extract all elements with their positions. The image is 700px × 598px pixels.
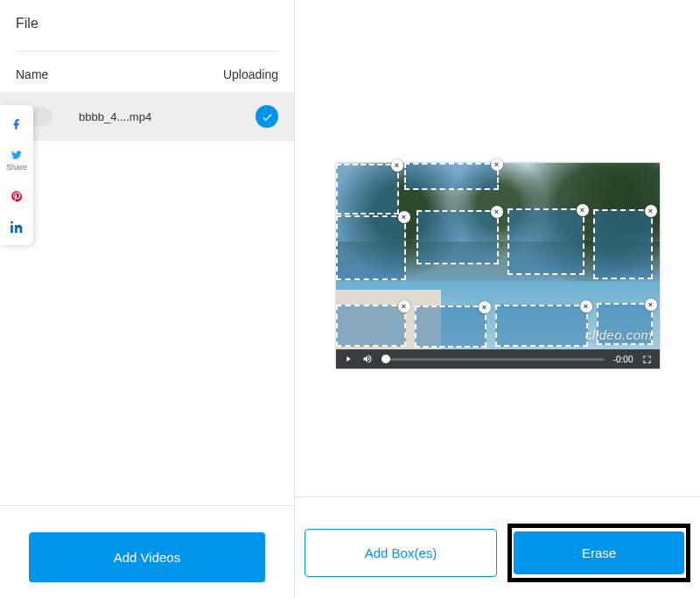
selection-close-button[interactable]: × bbox=[491, 158, 503, 171]
share-facebook-button[interactable] bbox=[4, 109, 30, 140]
column-status: Uploading bbox=[223, 67, 278, 81]
file-sidebar: File Name Uploading bbbb_4....mp4 Add Vi… bbox=[0, 0, 295, 598]
column-name: Name bbox=[16, 67, 48, 81]
progress-bar[interactable] bbox=[382, 358, 605, 361]
selection-close-button[interactable]: × bbox=[398, 211, 410, 223]
selection-close-button[interactable]: × bbox=[479, 301, 491, 313]
selection-close-button[interactable]: × bbox=[645, 205, 657, 217]
selection-close-button[interactable]: × bbox=[645, 299, 657, 311]
video-preview[interactable]: ×××××××××× clideo.com -0:00 bbox=[336, 163, 660, 369]
social-share-bar: Share bbox=[0, 105, 33, 245]
selection-box[interactable]: × bbox=[415, 306, 486, 348]
file-panel-title: File bbox=[16, 16, 278, 52]
fullscreen-icon bbox=[642, 355, 652, 364]
selection-box[interactable]: × bbox=[336, 215, 406, 280]
selection-box[interactable]: × bbox=[495, 305, 588, 347]
time-remaining: -0:00 bbox=[613, 355, 634, 364]
play-icon bbox=[344, 355, 353, 363]
add-videos-button[interactable]: Add Videos bbox=[29, 532, 265, 582]
file-name: bbbb_4....mp4 bbox=[79, 110, 151, 123]
share-pinterest-button[interactable] bbox=[4, 180, 30, 212]
selection-close-button[interactable]: × bbox=[491, 206, 503, 218]
share-twitter-button[interactable]: Share bbox=[4, 140, 30, 180]
selection-close-button[interactable]: × bbox=[398, 300, 410, 313]
progress-thumb[interactable] bbox=[382, 355, 390, 363]
selection-box[interactable]: × bbox=[336, 164, 399, 215]
facebook-icon bbox=[10, 117, 23, 131]
twitter-icon bbox=[10, 149, 24, 161]
add-boxes-button[interactable]: Add Box(es) bbox=[304, 529, 497, 577]
main-panel: ×××××××××× clideo.com -0:00 bbox=[295, 0, 700, 598]
upload-complete-icon bbox=[256, 105, 278, 128]
selection-box[interactable]: × bbox=[508, 208, 584, 275]
linkedin-icon bbox=[10, 221, 23, 233]
erase-highlight: Erase bbox=[508, 524, 690, 582]
pinterest-icon bbox=[10, 189, 23, 203]
erase-button[interactable]: Erase bbox=[514, 531, 684, 574]
selection-box[interactable]: × bbox=[404, 163, 499, 190]
share-label: Share bbox=[6, 163, 27, 172]
file-row[interactable]: bbbb_4....mp4 bbox=[0, 92, 294, 141]
selection-box[interactable]: × bbox=[593, 209, 653, 279]
selection-box[interactable]: × bbox=[336, 305, 406, 347]
volume-button[interactable] bbox=[362, 354, 373, 364]
volume-icon bbox=[362, 354, 373, 364]
fullscreen-button[interactable] bbox=[642, 354, 653, 364]
selection-box[interactable]: × bbox=[416, 210, 499, 264]
play-button[interactable] bbox=[343, 354, 354, 364]
selection-close-button[interactable]: × bbox=[391, 159, 403, 172]
selection-close-button[interactable]: × bbox=[577, 204, 589, 216]
watermark-text: clideo.com bbox=[585, 327, 653, 342]
file-list-header: Name Uploading bbox=[0, 52, 294, 92]
share-linkedin-button[interactable] bbox=[4, 212, 30, 242]
video-controls: -0:00 bbox=[336, 349, 660, 369]
selection-close-button[interactable]: × bbox=[580, 300, 592, 313]
